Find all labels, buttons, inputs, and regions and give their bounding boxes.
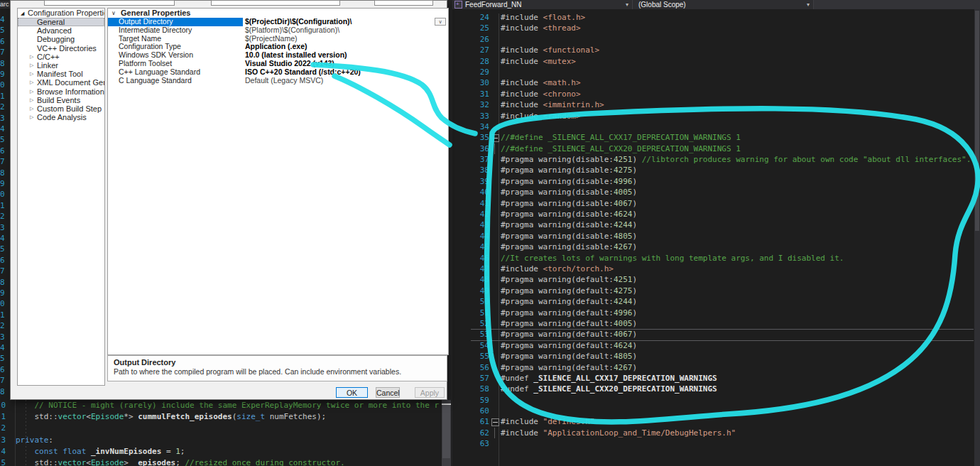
code-line[interactable]: 59: [452, 395, 980, 406]
sidebar-item-code-analysis[interactable]: ▷Code Analysis: [18, 113, 104, 121]
sidebar-item-general[interactable]: General: [18, 18, 104, 26]
code-line[interactable]: 53#pragma warning(default:4067): [452, 329, 980, 340]
fold-scope-guide: [494, 143, 495, 154]
code-editor[interactable]: FeedForward_NN ▾ (Global Scope) ▾ 24#inc…: [452, 0, 980, 466]
code-line[interactable]: 32#include <immintrin.h>: [452, 99, 980, 110]
property-row-c-language-standard[interactable]: C++ Language StandardISO C++20 Standard …: [108, 68, 448, 77]
property-row-platform-toolset[interactable]: Platform ToolsetVisual Studio 2022 (v143…: [108, 60, 448, 68]
code-line[interactable]: 58#undef _SILENCE_ALL_CXX20_DEPRECATION_…: [452, 384, 980, 394]
collapsed-triangle-icon[interactable]: ▷: [30, 113, 33, 121]
code-line[interactable]: 27#include <functional>: [452, 45, 980, 55]
property-value[interactable]: 10.0 (latest installed version): [243, 51, 448, 60]
collapsed-triangle-icon[interactable]: ▷: [30, 87, 33, 96]
code-line[interactable]: 52#pragma warning(default:4005): [452, 318, 980, 329]
scope-dropdown[interactable]: (Global Scope) ▾: [633, 0, 814, 9]
clipped-configuration-combo[interactable]: [44, 0, 175, 6]
property-row-intermediate-directory[interactable]: Intermediate Directory$(Platform)\$(Conf…: [108, 26, 448, 35]
code-line[interactable]: 31#include <chrono>: [452, 89, 980, 99]
code-line[interactable]: 41#pragma warning(disable:4067): [452, 198, 980, 209]
code-line[interactable]: 54#pragma warning(default:4624): [452, 340, 980, 351]
scrollbar-thumb[interactable]: [442, 404, 450, 458]
project-dropdown[interactable]: FeedForward_NN ▾: [452, 0, 633, 9]
code-line[interactable]: 57#undef _SILENCE_ALL_CXX17_DEPRECATION_…: [452, 373, 980, 384]
code-line[interactable]: 62#include "ApplicationLoop_and_Time/Deb…: [452, 428, 980, 438]
code-line[interactable]: 29: [452, 67, 980, 77]
code-line[interactable]: 5 std::vector<Episode> _episodes; //resi…: [0, 457, 452, 466]
code-line[interactable]: 35//#define _SILENCE_ALL_CXX17_DEPRECATI…: [452, 132, 980, 143]
line-number: 62: [452, 428, 489, 438]
background-code-pane[interactable]: 0 // NOTICE - might (rarely) include the…: [0, 400, 452, 466]
code-line[interactable]: 34: [452, 121, 980, 132]
code-line[interactable]: 42#pragma warning(disable:4624): [452, 209, 980, 220]
code-line[interactable]: 1 std::vector<Episode*> cummulFetch_epis…: [0, 411, 452, 423]
property-value[interactable]: $(ProjectName): [243, 35, 448, 43]
sidebar-item-debugging[interactable]: Debugging: [18, 35, 104, 43]
fold-collapse-icon[interactable]: [491, 134, 499, 142]
code-line[interactable]: 40#pragma warning(disable:4005): [452, 187, 980, 197]
code-line[interactable]: 51#pragma warning(default:4996): [452, 308, 980, 318]
property-value[interactable]: Default (Legacy MSVC): [243, 77, 448, 85]
property-value[interactable]: $(Platform)\$(Configuration)\: [243, 26, 448, 35]
property-value[interactable]: ISO C++20 Standard (/std:c++20): [243, 68, 448, 77]
property-value[interactable]: $(ProjectDir)\$(Configuration)\: [243, 18, 448, 26]
property-row-c-language-standard[interactable]: C Language StandardDefault (Legacy MSVC): [108, 77, 448, 85]
sidebar-item-vc-directories[interactable]: VC++ Directories: [18, 44, 104, 53]
code-line[interactable]: 30#include <math.h>: [452, 77, 980, 88]
collapsed-triangle-icon[interactable]: ▷: [30, 78, 33, 87]
code-line[interactable]: 47#include <torch/torch.h>: [452, 264, 980, 274]
collapsed-triangle-icon[interactable]: ▷: [30, 70, 33, 78]
code-line[interactable]: 56#pragma warning(default:4267): [452, 362, 980, 373]
sidebar-item-advanced[interactable]: Advanced: [18, 26, 104, 35]
sidebar-item-linker[interactable]: ▷Linker: [18, 61, 104, 70]
code-line[interactable]: 63: [452, 438, 980, 449]
sidebar-item-custom-build-step[interactable]: ▷Custom Build Step: [18, 104, 104, 113]
code-line[interactable]: 44#pragma warning(disable:4805): [452, 231, 980, 242]
fold-collapse-icon[interactable]: [491, 418, 499, 426]
code-line[interactable]: 45#pragma warning(disable:4267): [452, 242, 980, 252]
sidebar-item-c-c-[interactable]: ▷C/C++: [18, 53, 104, 61]
code-line[interactable]: 36//#define _SILENCE_ALL_CXX20_DEPRECATI…: [452, 143, 980, 154]
sidebar-item-browse-information[interactable]: ▷Browse Information: [18, 87, 104, 96]
code-line[interactable]: 61#include "defines.h": [452, 416, 980, 427]
code-line[interactable]: 50#pragma warning(default:4244): [452, 296, 980, 307]
code-line[interactable]: 55#pragma warning(default:4805): [452, 351, 980, 362]
code-line[interactable]: 28#include <mutex>: [452, 56, 980, 67]
scrollbar-thumb[interactable]: [975, 11, 979, 231]
collapsed-triangle-icon[interactable]: ▷: [30, 53, 33, 61]
code-line[interactable]: 4 const float _invNumEpisodes = 1;: [0, 446, 452, 457]
code-line[interactable]: 2: [0, 423, 452, 434]
code-line[interactable]: 24#include <float.h>: [452, 12, 980, 23]
sidebar-item-build-events[interactable]: ▷Build Events: [18, 96, 104, 104]
code-area[interactable]: 24#include <float.h>25#include <thread>2…: [452, 9, 980, 466]
property-value[interactable]: Visual Studio 2022 (v143): [243, 60, 448, 68]
vertical-scrollbar[interactable]: [442, 400, 451, 466]
code-line[interactable]: 46//It creates lots of warnings with lon…: [452, 253, 980, 264]
code-line[interactable]: 26: [452, 34, 980, 45]
code-line[interactable]: 3private:: [0, 435, 452, 446]
clipped-config-manager-button[interactable]: [374, 0, 433, 6]
code-line[interactable]: 43#pragma warning(disable:4244): [452, 220, 980, 230]
collapsed-triangle-icon[interactable]: ▷: [30, 96, 33, 104]
tree-root-configuration-properties[interactable]: ◢ Configuration Properties: [18, 9, 104, 18]
ok-button[interactable]: OK: [336, 387, 368, 398]
clipped-platform-combo[interactable]: [211, 0, 340, 6]
cancel-button[interactable]: Cancel: [376, 387, 400, 398]
code-line[interactable]: 0 // NOTICE - might (rarely) include the…: [0, 400, 452, 411]
vertical-scrollbar[interactable]: [974, 9, 980, 466]
property-value[interactable]: Application (.exe): [243, 43, 448, 51]
code-line[interactable]: 25#include <thread>: [452, 23, 980, 33]
collapsed-triangle-icon[interactable]: ▷: [30, 104, 33, 113]
code-line[interactable]: 33#include <random>: [452, 111, 980, 121]
code-line[interactable]: 38#pragma warning(disable:4275): [452, 165, 980, 175]
sidebar-item-xml-document-generator[interactable]: ▷XML Document Generator: [18, 78, 104, 87]
line-number: 51: [452, 308, 489, 318]
code-line[interactable]: 39#pragma warning(disable:4996): [452, 176, 980, 187]
code-text: #pragma warning(default:4005): [489, 318, 637, 329]
value-dropdown-button[interactable]: ∨: [435, 18, 446, 26]
collapsed-triangle-icon[interactable]: ▷: [30, 61, 33, 70]
code-line[interactable]: 48#pragma warning(default:4251): [452, 274, 980, 285]
code-line[interactable]: 60: [452, 406, 980, 416]
sidebar-item-manifest-tool[interactable]: ▷Manifest Tool: [18, 70, 104, 78]
code-line[interactable]: 37#pragma warning(disable:4251) //libtor…: [452, 154, 980, 165]
code-line[interactable]: 49#pragma warning(default:4275): [452, 286, 980, 296]
